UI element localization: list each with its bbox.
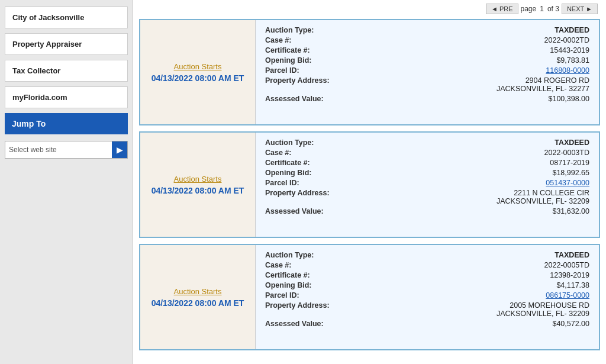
sidebar-item-label: Property Appraiser [12, 40, 82, 49]
sidebar: City of Jacksonville Property Appraiser … [0, 0, 133, 364]
current-page: 1 [540, 5, 544, 13]
sidebar-item-label: myFlorida.com [12, 93, 67, 102]
auction-card: Auction Starts 04/13/2022 08:00 AM ET Au… [139, 244, 600, 350]
cert-label: Certificate #: [265, 46, 330, 54]
auction-details: Auction Type: TAXDEED Case #: 2022-0002T… [256, 20, 599, 124]
auction-card: Auction Starts 04/13/2022 08:00 AM ET Au… [139, 131, 600, 238]
case-value: 2022-0003TD [339, 149, 589, 157]
sidebar-select-wrapper: Select web site ▶ [5, 141, 128, 159]
parcel-label: Parcel ID: [265, 66, 330, 75]
opening-bid-value: $4,117.38 [339, 281, 589, 289]
opening-bid-label: Opening Bid: [265, 56, 330, 65]
auction-starts-label: Auction Starts [174, 287, 222, 296]
total-pages: of 3 [547, 5, 559, 13]
sidebar-jump-to-button[interactable]: Jump To [5, 113, 128, 134]
auction-type-label: Auction Type: [265, 251, 330, 259]
auction-left-panel: Auction Starts 04/13/2022 08:00 AM ET [140, 245, 256, 349]
go-icon: ▶ [117, 145, 123, 154]
assessed-value: $31,632.00 [339, 207, 589, 215]
next-icon: NEXT ► [567, 5, 592, 12]
auction-starts-date: 04/13/2022 08:00 AM ET [152, 186, 244, 195]
prev-page-button[interactable]: ◄ PRE [486, 4, 518, 14]
auction-left-panel: Auction Starts 04/13/2022 08:00 AM ET [140, 133, 256, 237]
address-line1: 2211 N COLLEGE CIR JACKSONVILLE, FL- 322… [339, 189, 589, 205]
auction-details: Auction Type: TAXDEED Case #: 2022-0003T… [256, 133, 599, 237]
opening-bid-value: $9,783.81 [339, 56, 589, 65]
sidebar-item-tax-collector[interactable]: Tax Collector [5, 60, 128, 82]
assessed-label: Assessed Value: [265, 95, 330, 103]
opening-bid-label: Opening Bid: [265, 169, 330, 177]
next-page-button[interactable]: NEXT ► [562, 4, 598, 14]
auction-starts-date: 04/13/2022 08:00 AM ET [152, 73, 244, 83]
address-label: Property Address: [265, 301, 330, 318]
auction-type-label: Auction Type: [265, 138, 330, 147]
parcel-id-link[interactable]: 051437-0000 [339, 179, 589, 187]
prev-icon: ◄ PRE [491, 5, 513, 12]
sidebar-jump-label: Jump To [12, 119, 46, 128]
cert-value: 15443-2019 [339, 46, 589, 54]
auction-left-panel: Auction Starts 04/13/2022 08:00 AM ET [140, 20, 256, 124]
auction-starts-label: Auction Starts [174, 175, 222, 183]
auction-starts-date: 04/13/2022 08:00 AM ET [152, 298, 244, 308]
case-label: Case #: [265, 36, 330, 44]
auction-starts-label: Auction Starts [174, 62, 222, 71]
sidebar-select-go-button[interactable]: ▶ [112, 141, 127, 158]
cert-value: 12398-2019 [339, 271, 589, 279]
sidebar-item-myflorida[interactable]: myFlorida.com [5, 86, 128, 108]
auction-card: Auction Starts 04/13/2022 08:00 AM ET Au… [139, 19, 600, 125]
address-label: Property Address: [265, 76, 330, 93]
sidebar-item-property-appraiser[interactable]: Property Appraiser [5, 33, 128, 55]
address-label: Property Address: [265, 189, 330, 205]
auction-type-value: TAXDEED [339, 251, 589, 259]
auction-type-value: TAXDEED [339, 138, 589, 147]
address-line1: 2005 MOREHOUSE RD JACKSONVILLE, FL- 3220… [339, 301, 589, 318]
page-label: page [521, 5, 537, 13]
parcel-label: Parcel ID: [265, 291, 330, 299]
case-value: 2022-0005TD [339, 261, 589, 269]
parcel-id-link[interactable]: 086175-0000 [339, 291, 589, 299]
case-value: 2022-0002TD [339, 36, 589, 44]
cert-label: Certificate #: [265, 159, 330, 167]
auction-type-label: Auction Type: [265, 26, 330, 34]
assessed-label: Assessed Value: [265, 207, 330, 215]
assessed-label: Assessed Value: [265, 320, 330, 328]
pagination-bar: ◄ PRE page 1 of 3 NEXT ► [139, 4, 600, 14]
sidebar-item-label: City of Jacksonville [12, 13, 84, 22]
opening-bid-label: Opening Bid: [265, 281, 330, 289]
case-label: Case #: [265, 149, 330, 157]
opening-bid-value: $18,992.65 [339, 169, 589, 177]
parcel-label: Parcel ID: [265, 179, 330, 187]
assessed-value: $100,398.00 [339, 95, 589, 103]
parcel-id-link[interactable]: 116808-0000 [339, 66, 589, 75]
auction-details: Auction Type: TAXDEED Case #: 2022-0005T… [256, 245, 599, 349]
auction-type-value: TAXDEED [339, 26, 589, 34]
address-line1: 2904 ROGERO RD JACKSONVILLE, FL- 32277 [339, 76, 589, 93]
cert-value: 08717-2019 [339, 159, 589, 167]
sidebar-item-label: Tax Collector [12, 66, 60, 75]
assessed-value: $40,572.00 [339, 320, 589, 328]
cert-label: Certificate #: [265, 271, 330, 279]
sidebar-item-jacksonville[interactable]: City of Jacksonville [5, 7, 128, 28]
main-content: ◄ PRE page 1 of 3 NEXT ► Auction Starts … [133, 0, 606, 364]
website-select[interactable]: Select web site [5, 143, 112, 157]
case-label: Case #: [265, 261, 330, 269]
